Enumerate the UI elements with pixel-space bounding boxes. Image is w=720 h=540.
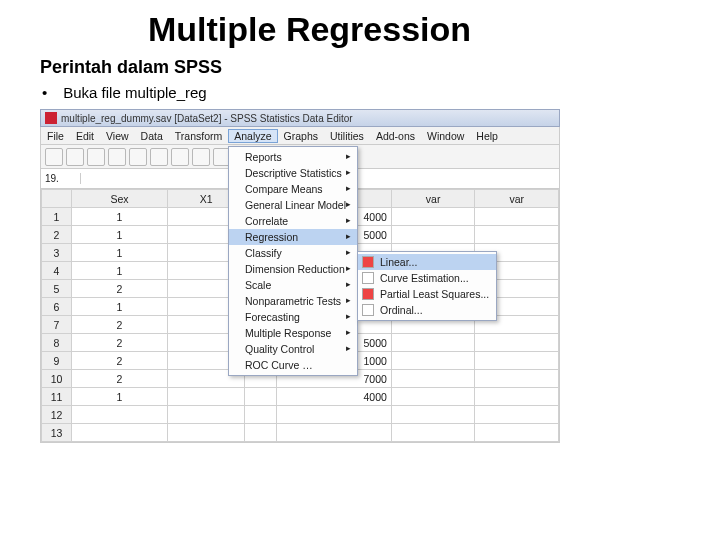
col-header[interactable]: Sex [72, 190, 168, 208]
row-header[interactable]: 6 [42, 298, 72, 316]
cell[interactable]: 4000 [277, 388, 392, 406]
cell[interactable] [475, 334, 559, 352]
menu-view[interactable]: View [100, 130, 135, 142]
cell[interactable]: 1 [72, 298, 168, 316]
row-header[interactable]: 3 [42, 244, 72, 262]
cell[interactable]: 2 [72, 334, 168, 352]
menu-item[interactable]: Descriptive Statistics▸ [229, 165, 357, 181]
cell[interactable] [391, 334, 475, 352]
menu-item[interactable]: Forecasting▸ [229, 309, 357, 325]
row-header[interactable]: 8 [42, 334, 72, 352]
cell[interactable] [475, 352, 559, 370]
menu-item[interactable]: ROC Curve … [229, 357, 357, 373]
cell[interactable] [391, 388, 475, 406]
toolbar-button[interactable] [108, 148, 126, 166]
menu-item[interactable]: Compare Means▸ [229, 181, 357, 197]
cell[interactable]: 1 [72, 244, 168, 262]
menu-item[interactable]: Quality Control▸ [229, 341, 357, 357]
cell[interactable]: 2 [72, 370, 168, 388]
slide-title: Multiple Regression [148, 10, 680, 49]
cell[interactable]: 2 [72, 316, 168, 334]
row-header[interactable]: 12 [42, 406, 72, 424]
toolbar-button[interactable] [171, 148, 189, 166]
menu-item[interactable]: Nonparametric Tests▸ [229, 293, 357, 309]
menu-item[interactable]: Reports▸ [229, 149, 357, 165]
cell[interactable] [277, 406, 392, 424]
cell[interactable] [475, 406, 559, 424]
window-title: multiple_reg_dummy.sav [DataSet2] - SPSS… [61, 113, 555, 124]
analyze-menu[interactable]: Reports▸Descriptive Statistics▸Compare M… [228, 146, 358, 376]
menu-transform[interactable]: Transform [169, 130, 228, 142]
row-header[interactable]: 4 [42, 262, 72, 280]
cell[interactable] [391, 208, 475, 226]
menu-analyze[interactable]: Analyze [228, 129, 277, 143]
cell[interactable] [475, 424, 559, 442]
cell[interactable] [391, 424, 475, 442]
menu-item[interactable]: General Linear Model▸ [229, 197, 357, 213]
menu-item[interactable]: Dimension Reduction▸ [229, 261, 357, 277]
submenu-item[interactable]: Linear... [358, 254, 496, 270]
row-header[interactable]: 1 [42, 208, 72, 226]
cell[interactable] [475, 370, 559, 388]
cell[interactable] [391, 406, 475, 424]
menu-item[interactable]: Classify▸ [229, 245, 357, 261]
menu-icon [362, 272, 374, 284]
row-header[interactable]: 10 [42, 370, 72, 388]
toolbar-button[interactable] [129, 148, 147, 166]
cell[interactable]: 1 [72, 388, 168, 406]
slide-bullet: Buka file multiple_reg [40, 84, 680, 101]
col-header[interactable]: var [391, 190, 475, 208]
menu-item[interactable]: Scale▸ [229, 277, 357, 293]
cell[interactable] [277, 424, 392, 442]
menu-utilities[interactable]: Utilities [324, 130, 370, 142]
toolbar-button[interactable] [87, 148, 105, 166]
col-header[interactable]: var [475, 190, 559, 208]
submenu-item[interactable]: Partial Least Squares... [358, 286, 496, 302]
cell[interactable] [391, 352, 475, 370]
toolbar-button[interactable] [150, 148, 168, 166]
row-header[interactable]: 2 [42, 226, 72, 244]
menu-add-ons[interactable]: Add-ons [370, 130, 421, 142]
menu-edit[interactable]: Edit [70, 130, 100, 142]
toolbar-button[interactable] [192, 148, 210, 166]
cell[interactable] [391, 370, 475, 388]
row-header[interactable]: 11 [42, 388, 72, 406]
cell[interactable] [245, 388, 277, 406]
cell[interactable] [245, 424, 277, 442]
cell[interactable] [72, 406, 168, 424]
cell[interactable]: 2 [72, 352, 168, 370]
submenu-item[interactable]: Ordinal... [358, 302, 496, 318]
menu-window[interactable]: Window [421, 130, 470, 142]
cell[interactable] [245, 406, 277, 424]
cell[interactable] [167, 388, 244, 406]
cell[interactable] [475, 226, 559, 244]
cell[interactable] [72, 424, 168, 442]
cell[interactable]: 1 [72, 226, 168, 244]
menu-help[interactable]: Help [470, 130, 504, 142]
submenu-item[interactable]: Curve Estimation... [358, 270, 496, 286]
col-header[interactable] [42, 190, 72, 208]
regression-submenu[interactable]: Linear...Curve Estimation...Partial Leas… [357, 251, 497, 321]
cell[interactable] [167, 424, 244, 442]
cell[interactable]: 1 [72, 208, 168, 226]
menu-item[interactable]: Correlate▸ [229, 213, 357, 229]
menubar[interactable]: FileEditViewDataTransformAnalyzeGraphsUt… [40, 127, 560, 145]
toolbar-button[interactable] [66, 148, 84, 166]
cell[interactable] [167, 406, 244, 424]
row-header[interactable]: 5 [42, 280, 72, 298]
menu-item[interactable]: Multiple Response▸ [229, 325, 357, 341]
cell[interactable]: 1 [72, 262, 168, 280]
menu-graphs[interactable]: Graphs [278, 130, 324, 142]
cell[interactable] [475, 388, 559, 406]
cell[interactable] [391, 226, 475, 244]
app-icon [45, 112, 57, 124]
row-header[interactable]: 9 [42, 352, 72, 370]
toolbar-button[interactable] [45, 148, 63, 166]
menu-data[interactable]: Data [135, 130, 169, 142]
cell[interactable] [475, 208, 559, 226]
cell[interactable]: 2 [72, 280, 168, 298]
row-header[interactable]: 13 [42, 424, 72, 442]
menu-item[interactable]: Regression▸ [229, 229, 357, 245]
menu-file[interactable]: File [41, 130, 70, 142]
row-header[interactable]: 7 [42, 316, 72, 334]
